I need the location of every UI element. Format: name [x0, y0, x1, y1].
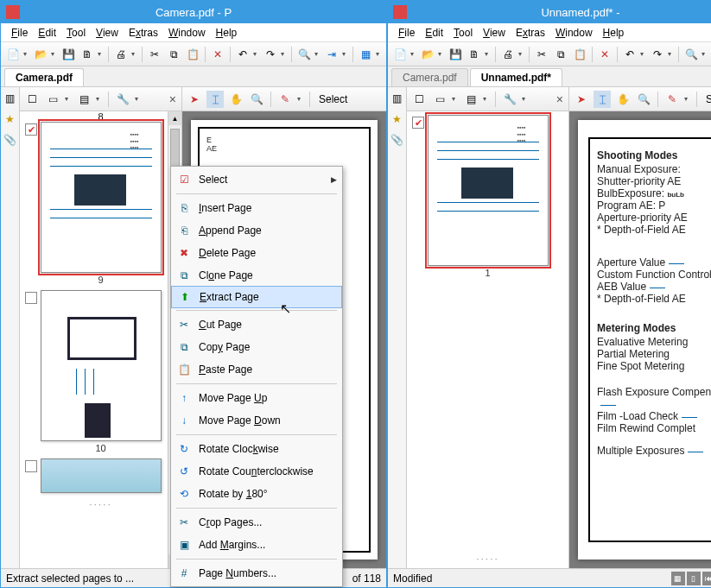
sidetab-thumbs-icon[interactable]: ▥ [390, 91, 405, 106]
fields-icon[interactable]: ▦ [357, 46, 374, 63]
thumb-checkbox[interactable] [25, 460, 37, 472]
thumb-check-icon[interactable]: ☐ [410, 91, 428, 108]
paste-icon[interactable]: 📋 [571, 46, 588, 63]
ctx-rotate-cw[interactable]: ↻ Rotate Clockwise [171, 438, 342, 460]
hand-icon[interactable]: ✋ [614, 91, 632, 108]
save-icon[interactable]: 💾 [447, 46, 464, 63]
menu-view[interactable]: View [91, 25, 124, 41]
sidetab-attach-icon[interactable]: 📎 [390, 132, 405, 148]
ctx-add-margins[interactable]: ▣ Add Margins... [171, 534, 342, 556]
menu-edit[interactable]: Edit [33, 25, 61, 41]
ctx-delete-page[interactable]: ✖ Delete Page [171, 242, 342, 264]
pen-icon[interactable]: ✎ [276, 91, 294, 108]
tab-camera[interactable]: Camera.pdf [4, 68, 84, 86]
menu-extras[interactable]: Extras [511, 25, 550, 41]
menu-help[interactable]: Help [211, 25, 243, 41]
open-icon[interactable]: 📂 [419, 46, 436, 63]
nav-first-icon[interactable]: ⏮ [702, 572, 711, 585]
thumb-tool-icon[interactable]: 🔧 [501, 91, 518, 108]
save-icon[interactable]: 💾 [60, 46, 77, 63]
saveas-icon[interactable]: 🗎 [466, 46, 483, 63]
menu-window[interactable]: Window [550, 25, 598, 41]
delete-icon[interactable]: ✕ [209, 46, 226, 63]
new-icon[interactable]: 📄 [391, 46, 409, 63]
thumb-11[interactable] [23, 458, 178, 493]
nav-single-icon[interactable]: ▯ [687, 572, 701, 585]
thumb-check-icon[interactable]: ☐ [23, 91, 41, 108]
pen-icon[interactable]: ✎ [663, 91, 681, 108]
menu-tool[interactable]: Tool [61, 25, 91, 41]
ctx-copy-page[interactable]: ⧉ Copy Page [171, 336, 342, 358]
tab-unnamed[interactable]: Unnamed.pdf* [470, 68, 562, 86]
print-icon[interactable]: 🖨 [112, 46, 130, 63]
ctx-rotate-180[interactable]: ⟲ Rotate by 180° [171, 483, 342, 505]
menu-view[interactable]: View [478, 25, 511, 41]
menu-file[interactable]: File [393, 25, 420, 41]
redo-icon[interactable]: ↷ [262, 46, 279, 63]
undo-icon[interactable]: ↶ [621, 46, 638, 63]
ctx-move-down[interactable]: ↓ Move Page Down [171, 409, 342, 432]
zoom-icon[interactable]: 🔍 [635, 91, 652, 108]
text-select-icon[interactable]: ⌶ [594, 91, 611, 108]
thumb-page-icon[interactable]: ▭ [44, 91, 61, 108]
thumb-10[interactable]: 10 [23, 290, 178, 453]
text-select-icon[interactable]: ⌶ [206, 91, 224, 108]
close-icon[interactable]: × [556, 92, 563, 106]
ctx-paste-page[interactable]: 📋 Paste Page [171, 358, 342, 381]
copy-icon[interactable]: ⧉ [552, 46, 569, 63]
select-tool-icon[interactable]: ➤ [186, 91, 203, 108]
ctx-extract-page[interactable]: ⬆ Extract Page [171, 286, 342, 308]
menu-file[interactable]: File [6, 25, 33, 41]
close-icon[interactable]: × [169, 92, 176, 106]
sidetab-bookmark-icon[interactable]: ★ [3, 111, 18, 127]
ctx-move-up[interactable]: ↑ Move Page Up [171, 387, 342, 409]
open-icon[interactable]: 📂 [32, 46, 49, 63]
new-icon[interactable]: 📄 [4, 46, 22, 63]
print-icon[interactable]: 🖨 [499, 46, 517, 63]
ctx-page-numbers[interactable]: # Page Numbers... [171, 562, 342, 585]
thumb-page-icon[interactable]: ▭ [431, 91, 448, 108]
undo-icon[interactable]: ↶ [234, 46, 251, 63]
thumb-checkbox[interactable] [412, 117, 424, 129]
find-icon[interactable]: 🔍 [682, 46, 700, 63]
sidetab-attach-icon[interactable]: 📎 [3, 132, 18, 148]
paste-icon[interactable]: 📋 [184, 46, 201, 63]
titlebar-left[interactable]: Camera.pdf - P [1, 1, 386, 23]
thumb-1[interactable]: ▪▪▪▪▪▪▪▪▪▪▪▪ 1 [410, 115, 565, 278]
cut-icon[interactable]: ✂ [533, 46, 550, 63]
ctx-insert-page[interactable]: ⎘ Insert Page [171, 197, 342, 219]
thumb-9[interactable]: ▪▪▪▪▪▪▪▪▪▪▪▪ 9 [23, 122, 178, 285]
sidetab-bookmark-icon[interactable]: ★ [390, 111, 405, 127]
menu-tool[interactable]: Tool [448, 25, 478, 41]
thumb-checkbox[interactable] [25, 123, 37, 136]
ctx-select[interactable]: ☑ Select ▶ [171, 168, 342, 191]
ctx-clone-page[interactable]: ⧉ Clone Page [171, 264, 342, 287]
menu-window[interactable]: Window [163, 25, 211, 41]
hand-icon[interactable]: ✋ [227, 91, 244, 108]
nav-thumbs-icon[interactable]: ▦ [671, 572, 685, 585]
copy-icon[interactable]: ⧉ [165, 46, 182, 63]
ctx-append-page[interactable]: ⎗ Append Page [171, 219, 342, 242]
thumb-checkbox[interactable] [25, 292, 37, 304]
cut-icon[interactable]: ✂ [146, 46, 163, 63]
find-icon[interactable]: 🔍 [295, 46, 313, 63]
sidetab-thumbs-icon[interactable]: ▥ [3, 91, 18, 106]
menu-edit[interactable]: Edit [420, 25, 448, 41]
redo-icon[interactable]: ↷ [649, 46, 666, 63]
thumb-view-icon[interactable]: ▤ [462, 91, 479, 108]
pagearea-right[interactable]: Shooting Modes Manual Exposure: Shutter-… [569, 111, 711, 568]
findnext-icon[interactable]: ⇥ [323, 46, 340, 63]
delete-icon[interactable]: ✕ [596, 46, 613, 63]
ctx-cut-page[interactable]: ✂ Cut Page [171, 313, 342, 336]
saveas-icon[interactable]: 🗎 [79, 46, 96, 63]
ctx-crop-pages[interactable]: ✂ Crop Pages... [171, 511, 342, 534]
tab-camera[interactable]: Camera.pdf [391, 68, 468, 86]
ctx-rotate-ccw[interactable]: ↺ Rotate Counterclockwise [171, 460, 342, 483]
thumb-tool-icon[interactable]: 🔧 [114, 91, 131, 108]
menu-extras[interactable]: Extras [124, 25, 163, 41]
menu-help[interactable]: Help [598, 25, 630, 41]
titlebar-right[interactable]: Unnamed.pdf* - [388, 1, 711, 23]
zoom-icon[interactable]: 🔍 [248, 91, 265, 108]
thumb-view-icon[interactable]: ▤ [75, 91, 92, 108]
select-tool-icon[interactable]: ➤ [573, 91, 590, 108]
